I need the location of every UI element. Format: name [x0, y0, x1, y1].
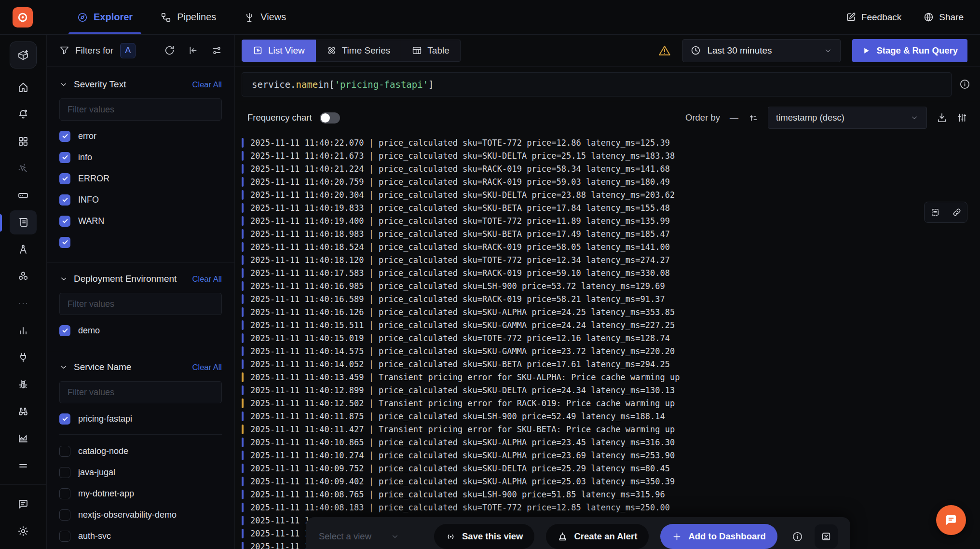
filter-option-pricing-fastapi[interactable]: pricing-fastapi: [59, 408, 222, 429]
order-by-select[interactable]: timestamp (desc): [768, 107, 927, 129]
checkbox-checked[interactable]: [59, 131, 70, 142]
nav-item-explorer[interactable]: Explorer: [77, 0, 133, 34]
log-row[interactable]: 2025-11-11 11:40:15.511 | price_calculat…: [242, 318, 973, 331]
rail-item-list-lines-icon[interactable]: [10, 453, 37, 478]
log-row[interactable]: 2025-11-11 11:40:21.224 | price_calculat…: [242, 162, 973, 175]
clear-all-link[interactable]: Clear All: [192, 80, 222, 89]
stage-run-query-button[interactable]: Stage & Run Query: [852, 39, 967, 62]
sort-asc-icon[interactable]: [748, 113, 758, 123]
filter-values-input[interactable]: [59, 98, 222, 121]
add-to-dashboard-button[interactable]: Add to Dashboard: [660, 524, 777, 549]
frequency-chart-toggle[interactable]: [320, 112, 340, 124]
checkbox-unchecked[interactable]: [59, 446, 70, 457]
checkbox-checked[interactable]: [59, 216, 70, 227]
log-row[interactable]: 2025-11-11 11:40:16.985 | price_calculat…: [242, 279, 973, 292]
filter-option-blank[interactable]: [59, 232, 222, 253]
time-range-select[interactable]: Last 30 minutes: [682, 39, 841, 62]
support-chat-bubble[interactable]: [936, 505, 966, 535]
checkbox-checked[interactable]: [59, 237, 70, 248]
log-row[interactable]: 2025-11-11 11:40:15.019 | price_calculat…: [242, 331, 973, 344]
warning-triangle-icon[interactable]: [658, 44, 671, 57]
signoz-logo-icon[interactable]: [13, 7, 33, 27]
filter-option-java-jugal[interactable]: java-jugal: [59, 462, 222, 483]
rail-item-package-plus-icon[interactable]: [10, 41, 37, 69]
rail-item-logs-scroll-icon[interactable]: [10, 210, 37, 234]
filter-option-my-dotnet-app[interactable]: my-dotnet-app: [59, 483, 222, 504]
tab-time-series[interactable]: Time Series: [316, 40, 402, 62]
log-row[interactable]: 2025-11-11 11:40:13.459 | Transient pric…: [242, 371, 973, 384]
log-row[interactable]: 2025-11-11 11:40:14.575 | price_calculat…: [242, 344, 973, 357]
log-row[interactable]: 2025-11-11 11:40:18.524 | price_calculat…: [242, 240, 973, 253]
query-badge-a[interactable]: A: [120, 43, 136, 58]
log-row[interactable]: 2025-11-11 11:40:16.589 | price_calculat…: [242, 292, 973, 305]
feedback-button[interactable]: Feedback: [846, 12, 901, 23]
rail-item-click-sparkle-icon[interactable]: [10, 156, 37, 180]
checkbox-checked[interactable]: [59, 173, 70, 184]
log-row[interactable]: 2025-11-11 11:40:20.304 | price_calculat…: [242, 188, 973, 201]
checkbox-checked[interactable]: [59, 413, 70, 425]
rail-item-ellipsis-icon[interactable]: [10, 291, 37, 316]
info-icon[interactable]: [959, 79, 970, 90]
filter-option-auth-svc[interactable]: auth-svc: [59, 525, 222, 547]
rail-item-home-icon[interactable]: [10, 75, 37, 99]
tab-list-view[interactable]: List View: [242, 40, 316, 62]
log-row[interactable]: 2025-11-11 11:40:18.983 | price_calculat…: [242, 227, 973, 240]
checkbox-checked[interactable]: [59, 152, 70, 163]
log-row[interactable]: 2025-11-11 11:40:12.502 | Transient pric…: [242, 397, 973, 410]
rail-item-area-chart-icon[interactable]: [10, 426, 37, 451]
create-alert-button[interactable]: Create an Alert: [546, 524, 649, 549]
checkbox-checked[interactable]: [59, 194, 70, 206]
checkbox-unchecked[interactable]: [59, 488, 70, 499]
refresh-icon[interactable]: [164, 45, 175, 55]
log-row[interactable]: 2025-11-11 11:40:10.865 | price_calculat…: [242, 436, 973, 449]
log-row[interactable]: 2025-11-11 11:40:10.274 | price_calculat…: [242, 449, 973, 462]
rail-item-plug-icon[interactable]: [10, 345, 37, 370]
info-icon[interactable]: [792, 531, 803, 542]
checkbox-unchecked[interactable]: [59, 509, 70, 521]
log-row[interactable]: 2025-11-11 11:40:08.765 | price_calculat…: [242, 488, 973, 501]
log-row[interactable]: 2025-11-11 11:40:11.875 | price_calculat…: [242, 410, 973, 423]
query-input[interactable]: service.name in ['pricing-fastapi']: [242, 72, 952, 96]
filter-option-INFO[interactable]: INFO: [59, 189, 222, 210]
share-button[interactable]: Share: [924, 12, 964, 23]
log-row[interactable]: 2025-11-11 11:40:19.400 | price_calculat…: [242, 214, 973, 227]
collapse-left-icon[interactable]: [188, 45, 198, 55]
rail-item-grid-icon[interactable]: [10, 129, 37, 153]
log-row[interactable]: 2025-11-11 11:40:14.052 | price_calculat…: [242, 357, 973, 371]
log-row[interactable]: 2025-11-11 11:40:09.752 | price_calculat…: [242, 462, 973, 475]
save-this-view-button[interactable]: Save this view: [434, 524, 534, 549]
rail-item-server-icon[interactable]: [10, 183, 37, 207]
rail-item-bug-icon[interactable]: [10, 372, 37, 397]
log-row[interactable]: 2025-11-11 11:40:11.427 | Transient pric…: [242, 423, 973, 436]
log-row[interactable]: 2025-11-11 11:40:18.120 | price_calculat…: [242, 253, 973, 266]
log-row[interactable]: 2025-11-11 11:40:16.126 | price_calculat…: [242, 305, 973, 318]
filter-option-error[interactable]: error: [59, 125, 222, 147]
download-icon[interactable]: [937, 112, 947, 123]
filter-option-ERROR[interactable]: ERROR: [59, 168, 222, 189]
rail-item-chat-icon[interactable]: [10, 492, 37, 516]
log-row[interactable]: 2025-11-11 11:40:12.899 | price_calculat…: [242, 384, 973, 397]
rail-item-bar-chart-icon[interactable]: [10, 318, 37, 343]
log-row[interactable]: 2025-11-11 11:40:21.673 | price_calculat…: [242, 149, 973, 162]
log-row[interactable]: 2025-11-11 11:40:19.833 | price_calculat…: [242, 201, 973, 214]
rail-item-gear-icon[interactable]: [10, 519, 37, 543]
log-row[interactable]: 2025-11-11 11:40:20.759 | price_calculat…: [242, 175, 973, 188]
nav-item-pipelines[interactable]: Pipelines: [161, 0, 216, 34]
filter-option-catalog-node[interactable]: catalog-node: [59, 440, 222, 462]
nav-item-views[interactable]: Views: [244, 0, 286, 34]
filter-values-input[interactable]: [59, 381, 222, 403]
inbox-icon[interactable]: [815, 524, 838, 549]
tab-table[interactable]: Table: [401, 40, 460, 62]
select-view-dropdown[interactable]: Select a view: [319, 531, 422, 542]
checkbox-unchecked[interactable]: [59, 531, 70, 542]
filter-option-demo[interactable]: demo: [59, 320, 222, 341]
log-row[interactable]: 2025-11-11 11:40:17.583 | price_calculat…: [242, 266, 973, 279]
select-frame-icon[interactable]: [925, 202, 946, 222]
link-icon[interactable]: [946, 202, 967, 222]
clear-all-link[interactable]: Clear All: [192, 274, 222, 284]
filter-values-input[interactable]: [59, 293, 222, 315]
filter-option-info[interactable]: info: [59, 147, 222, 168]
filter-option-nextjs-observability-demo[interactable]: nextjs-observability-demo: [59, 504, 222, 525]
log-row[interactable]: 2025-11-11 11:40:22.070 | price_calculat…: [242, 136, 973, 149]
checkbox-checked[interactable]: [59, 325, 70, 336]
